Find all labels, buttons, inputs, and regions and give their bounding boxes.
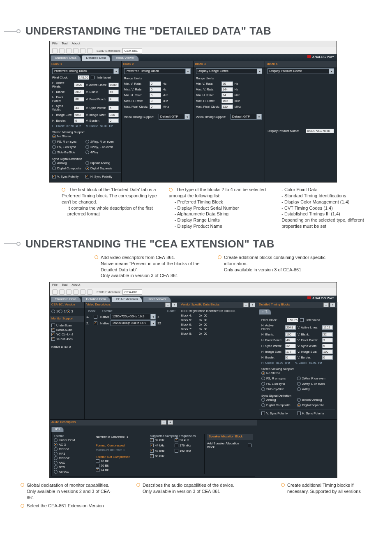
block3-type-select[interactable]: Display Range Limits xyxy=(196,68,263,74)
remove-vendor-button[interactable]: – xyxy=(243,303,249,307)
tool-grid-icon[interactable] xyxy=(80,48,85,53)
val-vsw[interactable]: 5 xyxy=(108,106,119,110)
b2-v-maxv[interactable]: 0 xyxy=(150,87,161,92)
radio-2w-l[interactable] xyxy=(85,145,89,149)
chk-underscan[interactable] xyxy=(51,324,55,327)
chk-vpol[interactable] xyxy=(52,175,56,178)
block4-type-select[interactable]: Display Product Name xyxy=(267,68,334,74)
tool-save-icon[interactable] xyxy=(66,48,71,53)
bit-20[interactable] xyxy=(96,464,99,467)
dtb-ck-vpol[interactable] xyxy=(261,412,265,415)
chk-hpol[interactable] xyxy=(85,175,89,178)
vb4-v[interactable]: 00 xyxy=(204,314,212,317)
b2-v-minv[interactable]: 0 xyxy=(150,81,161,86)
ssf-192[interactable] xyxy=(175,449,178,453)
menu-about[interactable]: About xyxy=(71,283,80,287)
tab-detailed[interactable]: Detailed Data xyxy=(82,296,111,302)
dtb-v-hfp[interactable]: 48 xyxy=(285,338,296,342)
dtb-v-ha[interactable]: 2048 xyxy=(285,325,296,330)
ext-select[interactable]: CEA-861 xyxy=(122,48,142,53)
radio-v2[interactable] xyxy=(59,310,62,313)
radio-fs-l[interactable] xyxy=(52,145,56,149)
tab-standard[interactable]: Standard Data xyxy=(51,296,81,302)
tool-saveas-icon[interactable] xyxy=(73,289,78,295)
val-vactive[interactable]: 1080 xyxy=(108,83,119,87)
ssf-44[interactable] xyxy=(150,444,154,447)
radio-2w-r[interactable] xyxy=(85,140,89,143)
afmt-2[interactable] xyxy=(54,447,58,451)
dtb-v-va[interactable]: 1152 xyxy=(322,325,333,330)
afmt-7[interactable] xyxy=(54,470,58,474)
chk-422[interactable] xyxy=(51,337,55,341)
radio-fs-r[interactable] xyxy=(52,140,56,143)
vb5-v[interactable]: 00 xyxy=(204,318,212,322)
ssf-32[interactable] xyxy=(150,438,154,442)
val-hsw[interactable]: 44 xyxy=(74,106,84,110)
dtb-rs-4[interactable] xyxy=(297,382,301,386)
b3-v-minh[interactable]: 24 xyxy=(221,93,233,97)
vrow1-code[interactable]: 4 xyxy=(157,315,166,319)
vrow2-fmt[interactable]: 1920x1080p 24Hz 16:9 xyxy=(111,320,156,326)
val-hblank[interactable]: 280 xyxy=(74,90,84,94)
chk-444[interactable] xyxy=(51,333,55,336)
dtb-rs-3[interactable] xyxy=(261,382,265,386)
dtb-ck-hpol[interactable] xyxy=(297,412,301,415)
vrow2-native-chk[interactable] xyxy=(94,321,97,325)
afmt-5[interactable] xyxy=(54,461,58,465)
vrow2-code[interactable]: 32 xyxy=(157,321,166,325)
menu-file[interactable]: File xyxy=(52,42,58,45)
menu-about[interactable]: About xyxy=(71,42,80,45)
val-hbord[interactable]: 0 xyxy=(74,118,84,123)
val-vblank[interactable]: 45 xyxy=(108,90,119,94)
remove-video-button[interactable]: – xyxy=(165,303,171,307)
val-vbord[interactable]: 0 xyxy=(108,118,119,123)
ssf-176[interactable] xyxy=(175,444,178,447)
tool-new-icon[interactable] xyxy=(52,289,58,295)
afmt-6[interactable] xyxy=(54,465,58,469)
ssf-48[interactable] xyxy=(150,449,154,453)
val-pixel-clock[interactable]: 148.50 xyxy=(78,75,89,80)
val-hactive[interactable]: 1920 xyxy=(74,83,84,87)
chk-interlaced[interactable] xyxy=(91,76,95,79)
afmt-0[interactable] xyxy=(54,438,58,442)
ext-select[interactable]: CEA-861 xyxy=(122,289,142,295)
b3-v-maxh[interactable]: 159 xyxy=(221,99,233,103)
dtb-rs-6[interactable] xyxy=(297,387,301,391)
chk-basic-audio[interactable] xyxy=(51,328,55,332)
tab-hexa[interactable]: Hexa Viewer xyxy=(143,296,171,302)
tab-hexa[interactable]: Hexa Viewer xyxy=(111,55,139,61)
ieee-v[interactable]: 000C03 xyxy=(224,309,240,313)
dtb-v-hbd[interactable]: 0 xyxy=(285,355,296,360)
radio-bipolar[interactable] xyxy=(85,161,89,165)
val-himg[interactable]: 598 xyxy=(74,113,84,117)
add-dtb-button[interactable]: + xyxy=(330,303,335,307)
ssf-88[interactable] xyxy=(150,454,154,458)
radio-dcomp[interactable] xyxy=(52,166,56,170)
dtb-v-vb[interactable]: 32 xyxy=(322,332,333,337)
vb7-v[interactable]: 00 xyxy=(204,327,212,331)
tool-list-icon[interactable] xyxy=(87,289,92,295)
dtb-v-vbd[interactable]: 0 xyxy=(322,355,333,360)
audio-tab[interactable]: n°1 xyxy=(51,427,64,432)
b4-dp-v[interactable]: ASUS VG278HR xyxy=(306,129,334,133)
add-vendor-button[interactable]: + xyxy=(250,303,255,307)
dtb-v-vfp[interactable]: 3 xyxy=(322,338,333,342)
dtb-sy-1[interactable] xyxy=(297,398,301,402)
b3-vts-select[interactable]: Default GTF xyxy=(231,114,262,120)
radio-no-stereo[interactable] xyxy=(52,134,56,138)
afmt-4[interactable] xyxy=(54,456,58,460)
dtb-rs-1[interactable] xyxy=(261,377,265,380)
val-hfp[interactable]: 88 xyxy=(74,97,84,102)
radio-dsep[interactable] xyxy=(85,166,89,170)
dtb-sy-3[interactable] xyxy=(297,403,301,407)
val-vimg[interactable]: 336 xyxy=(108,113,119,117)
ch-v[interactable]: 1 xyxy=(127,435,135,439)
add-audio-button[interactable]: + xyxy=(168,420,173,425)
tool-open-icon[interactable] xyxy=(59,289,65,295)
b2-v-maxh[interactable]: 0 xyxy=(150,99,161,103)
chk-speaker[interactable] xyxy=(248,444,251,447)
tab-standard[interactable]: Standard Data xyxy=(51,55,81,61)
block2-type-select[interactable]: Preferred Timing Block xyxy=(124,68,191,74)
dtb-v-hi[interactable]: 177 xyxy=(285,349,296,354)
tool-list-icon[interactable] xyxy=(87,48,92,53)
